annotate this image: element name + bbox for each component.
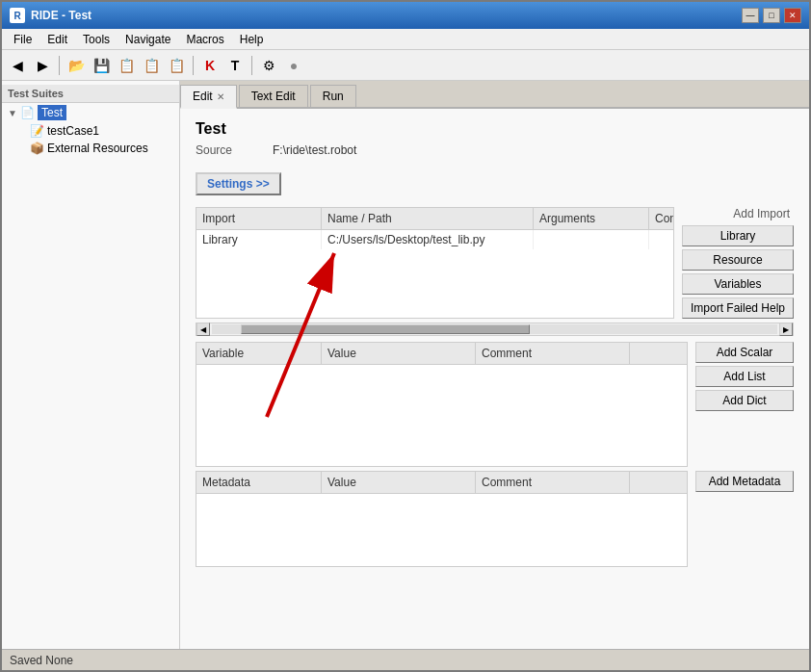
- variable-side-buttons: Add Scalar Add List Add Dict: [688, 342, 794, 467]
- import-table-header: Import Name / Path Arguments Comment: [196, 208, 673, 230]
- toolbar-copy2[interactable]: 📋: [140, 54, 163, 77]
- toolbar-t[interactable]: T: [223, 54, 247, 77]
- metadata-side-buttons: Add Metadata: [688, 471, 794, 567]
- title-bar: R RIDE - Test — □ ✕: [2, 2, 809, 29]
- import-cell-args: [534, 230, 649, 249]
- scroll-left-btn[interactable]: ◀: [196, 323, 210, 336]
- scroll-right-btn[interactable]: ▶: [779, 323, 793, 336]
- window-controls: — □ ✕: [742, 8, 801, 23]
- horizontal-scrollbar[interactable]: ◀ ▶: [196, 323, 794, 336]
- scrollbar-track: [212, 324, 777, 334]
- tab-text-edit[interactable]: Text Edit: [239, 85, 308, 107]
- import-row-0[interactable]: Library C:/Users/ls/Desktop/test_lib.py: [196, 230, 673, 249]
- toolbar-separator-3: [251, 56, 252, 75]
- import-col-args: Arguments: [534, 208, 649, 229]
- btn-library[interactable]: Library: [682, 225, 794, 246]
- import-cell-type: Library: [196, 230, 322, 249]
- btn-resource[interactable]: Resource: [682, 249, 794, 271]
- var-col-comment: Comment: [476, 343, 630, 364]
- menu-file[interactable]: File: [6, 31, 39, 48]
- menu-navigate[interactable]: Navigate: [118, 31, 178, 48]
- editor-title: Test: [196, 120, 794, 138]
- content-pane: Edit ✕ Text Edit Run Test S: [180, 81, 809, 649]
- toolbar-k[interactable]: K: [198, 54, 222, 77]
- toolbar-open[interactable]: 📂: [65, 54, 88, 77]
- tab-edit[interactable]: Edit ✕: [180, 85, 237, 109]
- menu-macros[interactable]: Macros: [178, 31, 231, 48]
- menu-edit[interactable]: Edit: [39, 31, 75, 48]
- import-col-comment: Comment: [649, 208, 674, 229]
- menu-help[interactable]: Help: [232, 31, 272, 48]
- menu-tools[interactable]: Tools: [75, 31, 118, 48]
- status-text: Saved None: [10, 654, 73, 667]
- tree-label-external: External Resources: [47, 142, 148, 155]
- tab-edit-label: Edit: [193, 90, 213, 103]
- var-col-value: Value: [322, 343, 476, 364]
- meta-col-value: Value: [322, 472, 476, 493]
- toolbar-record[interactable]: ●: [282, 54, 305, 77]
- btn-add-dict[interactable]: Add Dict: [695, 390, 794, 411]
- editor-area: Test Source F:\ride\test.robot Settings …: [180, 109, 809, 649]
- import-cell-path: C:/Users/ls/Desktop/test_lib.py: [322, 230, 534, 249]
- main-area: Test Suites ▼ 📄 Test 📝 testCase1 📦 Exter…: [2, 81, 809, 649]
- external-resources-icon: 📦: [30, 142, 44, 155]
- status-bar: Saved None: [2, 649, 809, 670]
- editor-wrapper: Test Source F:\ride\test.robot Settings …: [180, 109, 809, 649]
- toolbar-settings[interactable]: ⚙: [257, 54, 280, 77]
- variable-header: Variable Value Comment: [196, 343, 687, 365]
- import-col-import: Import: [196, 208, 322, 229]
- sidebar-title: Test Suites: [2, 85, 179, 103]
- variable-table: Variable Value Comment: [196, 342, 688, 467]
- toolbar-forward[interactable]: ▶: [31, 54, 54, 77]
- toolbar-separator-1: [59, 56, 60, 75]
- tab-bar: Edit ✕ Text Edit Run: [180, 81, 809, 109]
- add-import-label: Add Import: [682, 207, 794, 220]
- menu-bar: File Edit Tools Navigate Macros Help: [2, 29, 809, 50]
- metadata-table: Metadata Value Comment: [196, 471, 688, 567]
- minimize-button[interactable]: —: [742, 8, 759, 23]
- import-section: Import Name / Path Arguments Comment Lib…: [196, 207, 794, 319]
- tree-item-test[interactable]: ▼ 📄 Test: [2, 103, 179, 122]
- close-button[interactable]: ✕: [784, 8, 801, 23]
- btn-add-list[interactable]: Add List: [695, 366, 794, 387]
- app-icon: R: [10, 8, 25, 23]
- tree-item-external[interactable]: 📦 External Resources: [2, 140, 179, 157]
- tree-expand-icon: ▼: [8, 108, 17, 118]
- metadata-header: Metadata Value Comment: [196, 472, 687, 494]
- tab-edit-close[interactable]: ✕: [217, 91, 224, 102]
- tab-text-edit-label: Text Edit: [251, 90, 296, 103]
- import-col-path: Name / Path: [322, 208, 534, 229]
- tab-run-label: Run: [323, 90, 344, 103]
- import-cell-comment: [649, 230, 674, 249]
- maximize-button[interactable]: □: [763, 8, 780, 23]
- source-value: F:\ride\test.robot: [273, 143, 356, 157]
- source-label: Source: [196, 143, 273, 157]
- testcase-icon: 📝: [30, 124, 44, 138]
- settings-button[interactable]: Settings >>: [196, 172, 281, 195]
- metadata-section: Metadata Value Comment Add Metadata: [196, 471, 794, 567]
- btn-variables[interactable]: Variables: [682, 273, 794, 295]
- sidebar: Test Suites ▼ 📄 Test 📝 testCase1 📦 Exter…: [2, 81, 180, 649]
- window-title: RIDE - Test: [31, 9, 742, 22]
- toolbar-copy3[interactable]: 📋: [165, 54, 188, 77]
- toolbar-copy1[interactable]: 📋: [115, 54, 138, 77]
- toolbar-save[interactable]: 💾: [90, 54, 113, 77]
- main-window: R RIDE - Test — □ ✕ File Edit Tools Navi…: [0, 0, 811, 672]
- import-table: Import Name / Path Arguments Comment Lib…: [196, 207, 674, 319]
- source-row: Source F:\ride\test.robot: [196, 143, 794, 157]
- toolbar: ◀ ▶ 📂 💾 📋 📋 📋 K T ⚙ ●: [2, 50, 809, 81]
- toolbar-back[interactable]: ◀: [6, 54, 29, 77]
- import-side-buttons: Add Import Library Resource Variables Im…: [674, 207, 794, 319]
- tree-label-testcase1: testCase1: [47, 124, 99, 138]
- variable-section: Variable Value Comment Add Scalar Add Li…: [196, 342, 794, 467]
- test-suite-icon: 📄: [20, 106, 35, 119]
- tree-item-testcase1[interactable]: 📝 testCase1: [2, 122, 179, 140]
- tree-label-test: Test: [38, 105, 66, 120]
- scrollbar-thumb[interactable]: [241, 324, 530, 334]
- toolbar-separator-2: [193, 56, 194, 75]
- var-col-variable: Variable: [196, 343, 322, 364]
- btn-import-failed-help[interactable]: Import Failed Help: [682, 297, 794, 319]
- tab-run[interactable]: Run: [310, 85, 356, 107]
- btn-add-metadata[interactable]: Add Metadata: [695, 471, 794, 492]
- btn-add-scalar[interactable]: Add Scalar: [695, 342, 794, 363]
